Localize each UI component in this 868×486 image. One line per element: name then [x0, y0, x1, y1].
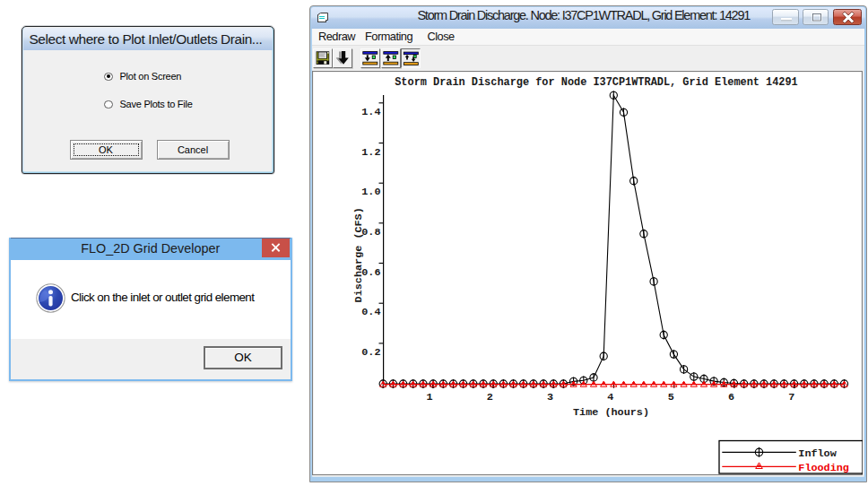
svg-text:1.4: 1.4 [361, 106, 380, 118]
svg-text:Storm Drain Discharge for Node: Storm Drain Discharge for Node I37CP1WTR… [395, 76, 798, 89]
svg-text:4: 4 [607, 391, 613, 404]
svg-text:1.2: 1.2 [361, 146, 380, 159]
svg-text:0.2: 0.2 [361, 346, 380, 359]
svg-text:7: 7 [788, 391, 794, 404]
svg-text:Time (hours): Time (hours) [573, 406, 649, 419]
svg-text:Inflow: Inflow [798, 447, 837, 460]
svg-text:Discharge (CFS): Discharge (CFS) [352, 207, 365, 302]
svg-text:0.4: 0.4 [361, 306, 380, 318]
svg-text:1.0: 1.0 [361, 186, 380, 198]
svg-text:1: 1 [426, 391, 432, 404]
svg-text:2: 2 [487, 391, 493, 404]
svg-text:Flooding: Flooding [798, 462, 849, 474]
svg-text:3: 3 [547, 391, 553, 404]
svg-text:5: 5 [668, 391, 674, 404]
svg-text:6: 6 [728, 391, 734, 404]
